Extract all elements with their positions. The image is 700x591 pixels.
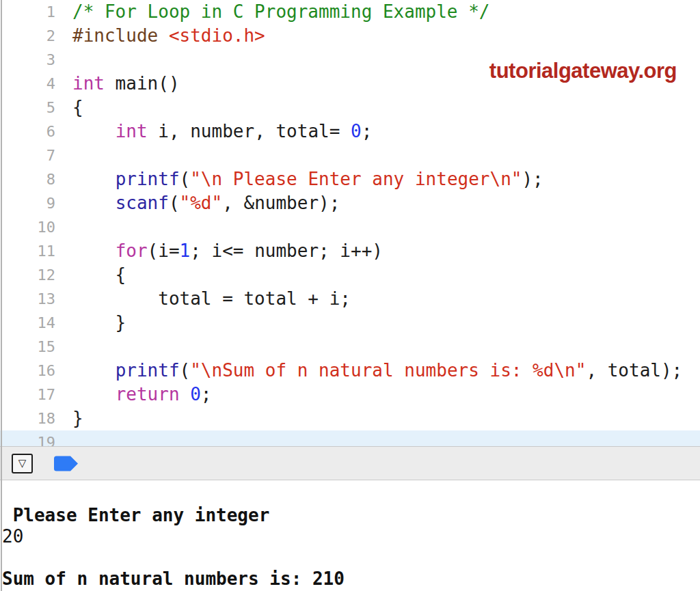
code-line[interactable]: 5{ xyxy=(0,96,700,120)
line-number[interactable]: 9 xyxy=(0,191,55,215)
line-number[interactable]: 15 xyxy=(0,335,55,359)
code-text: } xyxy=(55,407,83,430)
line-number[interactable]: 6 xyxy=(0,120,55,143)
code-line[interactable]: 19 xyxy=(0,430,700,446)
code-text: { xyxy=(55,96,83,120)
code-text: /* For Loop in C Programming Example */ xyxy=(55,0,489,24)
line-number[interactable]: 5 xyxy=(0,96,55,120)
code-text: printf("\nSum of n natural numbers is: %… xyxy=(55,359,682,383)
code-line[interactable]: 15 xyxy=(0,335,700,359)
debug-toolbar: ▽ xyxy=(0,446,700,480)
line-number[interactable]: 18 xyxy=(0,407,55,430)
code-line[interactable]: 6 int i, number, total= 0; xyxy=(0,120,700,143)
line-number[interactable]: 13 xyxy=(0,287,55,311)
line-number[interactable]: 16 xyxy=(0,359,55,383)
code-line[interactable]: 8 printf("\n Please Enter any integer\n"… xyxy=(0,167,700,191)
line-number[interactable]: 8 xyxy=(0,167,55,191)
console-toggle-button[interactable]: ▽ xyxy=(12,454,33,473)
triangle-down-icon: ▽ xyxy=(18,458,27,469)
code-text: printf("\n Please Enter any integer\n"); xyxy=(55,167,543,191)
code-text xyxy=(55,335,72,359)
console-lines-container: Please Enter any integer20Sum of n natur… xyxy=(2,484,700,590)
code-editor-window: 1/* For Loop in C Programming Example */… xyxy=(0,0,700,591)
code-line[interactable]: 13 total = total + i; xyxy=(0,287,700,311)
code-line[interactable]: 7 xyxy=(0,143,700,167)
code-line[interactable]: 18} xyxy=(0,407,700,430)
line-number[interactable]: 4 xyxy=(0,72,55,96)
code-text: { xyxy=(55,263,126,287)
line-number[interactable]: 12 xyxy=(0,263,55,287)
line-number[interactable]: 14 xyxy=(0,311,55,335)
code-text: int main() xyxy=(55,72,180,96)
code-text: int i, number, total= 0; xyxy=(55,120,372,143)
code-text xyxy=(55,143,72,167)
code-line[interactable]: 11 for(i=1; i<= number; i++) xyxy=(0,239,700,263)
console-line: Please Enter any integer xyxy=(2,505,700,526)
code-line[interactable]: 2#include <stdio.h> xyxy=(0,24,700,48)
code-line[interactable]: 12 { xyxy=(0,263,700,287)
console-output[interactable]: Please Enter any integer20Sum of n natur… xyxy=(0,480,700,591)
code-text: #include <stdio.h> xyxy=(55,24,265,48)
window-left-border xyxy=(1,0,2,591)
line-number[interactable]: 10 xyxy=(0,215,55,239)
code-text: return 0; xyxy=(55,383,212,407)
line-number[interactable]: 7 xyxy=(0,143,55,167)
line-number[interactable]: 17 xyxy=(0,383,55,407)
code-text: scanf("%d", &number); xyxy=(55,191,340,215)
code-text xyxy=(55,215,72,239)
line-number[interactable]: 1 xyxy=(0,0,55,24)
console-line xyxy=(2,484,700,505)
line-number[interactable]: 19 xyxy=(0,430,55,446)
console-line xyxy=(2,547,700,568)
code-line[interactable]: 16 printf("\nSum of n natural numbers is… xyxy=(0,359,700,383)
code-text: } xyxy=(55,311,126,335)
line-number[interactable]: 3 xyxy=(0,48,55,72)
line-number[interactable]: 2 xyxy=(0,24,55,48)
code-line[interactable]: 17 return 0; xyxy=(0,383,700,407)
code-line[interactable]: 9 scanf("%d", &number); xyxy=(0,191,700,215)
line-number[interactable]: 11 xyxy=(0,239,55,263)
watermark: tutorialgateway.org xyxy=(489,59,677,83)
code-line[interactable]: 10 xyxy=(0,215,700,239)
console-line: 20 xyxy=(2,526,700,547)
code-text xyxy=(55,430,72,446)
code-editor[interactable]: 1/* For Loop in C Programming Example */… xyxy=(0,0,700,446)
code-text: for(i=1; i<= number; i++) xyxy=(55,239,383,263)
code-line[interactable]: 1/* For Loop in C Programming Example */ xyxy=(0,0,700,24)
breakpoint-flag-icon[interactable] xyxy=(53,456,79,471)
code-line[interactable]: 14 } xyxy=(0,311,700,335)
console-line: Sum of n natural numbers is: 210 xyxy=(2,568,700,590)
code-text xyxy=(55,48,72,72)
code-text: total = total + i; xyxy=(55,287,351,311)
